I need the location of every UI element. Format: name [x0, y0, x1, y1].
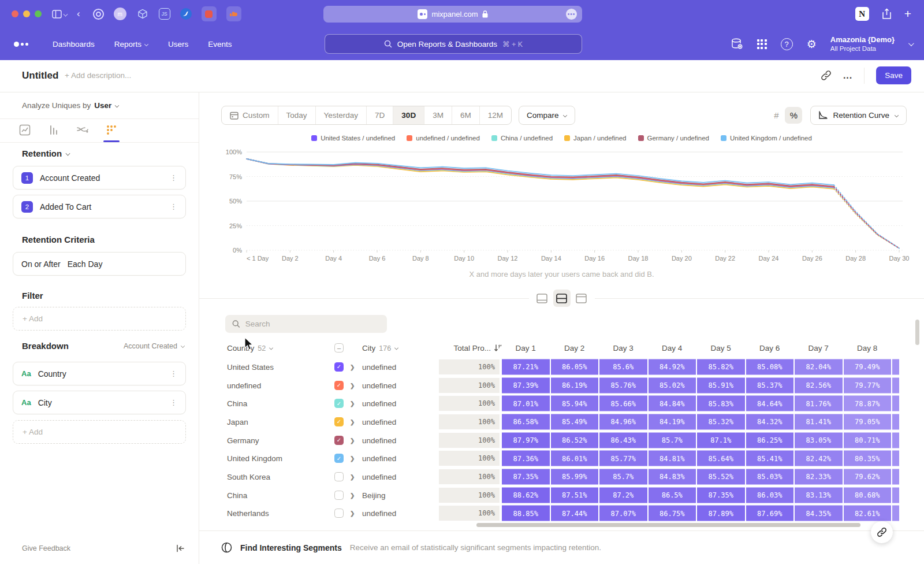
column-day-1[interactable]: Day 1	[502, 344, 550, 352]
date-range-30d[interactable]: 30D	[393, 106, 424, 124]
cell-day-1[interactable]: 87.97%	[502, 432, 550, 448]
cell-day-4[interactable]: 84.84%	[649, 396, 696, 411]
date-range-12m[interactable]: 12M	[480, 106, 511, 124]
criteria-on-or-after-dropdown[interactable]: On or After	[21, 259, 61, 269]
row-visibility-checkbox[interactable]: ✓	[334, 417, 344, 426]
cell-day-4[interactable]: 84.19%	[649, 414, 696, 429]
cell-day-4[interactable]: 86.75%	[649, 506, 696, 521]
row-visibility-checkbox[interactable]	[334, 509, 344, 518]
cell-day-5[interactable]: 85.83%	[697, 396, 745, 411]
cell-day-3[interactable]: 84.96%	[599, 414, 647, 429]
cell-day-2[interactable]: 85.94%	[551, 396, 599, 411]
kebab-menu-icon[interactable]: ⋮	[170, 177, 177, 179]
cell-day-3[interactable]: 85.7%	[599, 469, 647, 484]
window-controls[interactable]	[12, 10, 42, 17]
cell-day-2[interactable]: 85.99%	[551, 469, 599, 484]
data-management-icon[interactable]	[731, 38, 743, 50]
report-title[interactable]: Untitled	[22, 70, 58, 81]
retention-line-chart[interactable]: 100%75%50%25%0%< 1 DayDay 2Day 4Day 6Day…	[217, 147, 910, 270]
cell-day-4[interactable]: 85.7%	[649, 432, 696, 448]
patreon-favicon[interactable]	[202, 6, 217, 21]
cell-day-5[interactable]: 85.52%	[697, 469, 745, 484]
segments-title[interactable]: Find Interesting Segments	[240, 543, 342, 552]
cell-day-7[interactable]: 82.04%	[795, 359, 843, 374]
expand-row-chevron-icon[interactable]: ❯	[350, 455, 355, 462]
cell-day-4[interactable]: 84.81%	[649, 451, 696, 466]
bird-favicon[interactable]	[180, 8, 192, 20]
cell-day-7[interactable]: 82.33%	[795, 469, 843, 484]
cell-day-3[interactable]: 85.6%	[599, 359, 647, 374]
cell-day-1[interactable]: 88.85%	[502, 506, 550, 521]
help-icon[interactable]: ?	[781, 38, 793, 50]
cell-day-5[interactable]: 85.91%	[697, 377, 745, 393]
cell-day-2[interactable]: 86.19%	[551, 377, 599, 393]
select-all-checkbox[interactable]: –	[334, 343, 344, 352]
tab-insights[interactable]	[17, 123, 32, 138]
date-range-today[interactable]: Today	[278, 106, 316, 124]
nav-item-events[interactable]: Events	[208, 40, 232, 49]
cell-day-3[interactable]: 85.77%	[599, 451, 647, 466]
cell-day-7[interactable]: 81.41%	[795, 414, 843, 429]
cell-day-6[interactable]: 85.41%	[746, 451, 794, 466]
expand-row-chevron-icon[interactable]: ❯	[350, 510, 355, 517]
mixpanel-logo-icon[interactable]	[14, 42, 28, 47]
analyze-value-dropdown[interactable]: User	[94, 101, 111, 110]
compare-button[interactable]: Compare	[519, 106, 576, 125]
minimize-window-button[interactable]	[23, 10, 30, 17]
new-tab-icon[interactable]: +	[904, 7, 911, 21]
cell-day-8[interactable]: 78.87%	[844, 396, 892, 411]
page-settings-icon[interactable]: •••	[566, 9, 577, 20]
date-range-6m[interactable]: 6M	[452, 106, 480, 124]
global-search-button[interactable]: Open Reports & Dashboards ⌘ + K	[325, 34, 582, 54]
cell-day-5[interactable]: 85.32%	[697, 414, 745, 429]
share-link-fab[interactable]	[871, 521, 893, 543]
cell-day-5[interactable]: 87.35%	[697, 487, 745, 503]
row-visibility-checkbox[interactable]	[334, 472, 344, 481]
cell-day-7[interactable]: 84.35%	[795, 506, 843, 521]
expand-row-chevron-icon[interactable]: ❯	[350, 400, 355, 407]
project-switcher[interactable]: Amazonia {Demo} All Project Data	[830, 35, 895, 53]
chart-type-dropdown[interactable]: Retention Curve	[810, 106, 907, 125]
column-day-6[interactable]: Day 6	[746, 344, 794, 352]
sort-descending-icon[interactable]	[494, 344, 502, 352]
percentage-toggle[interactable]: %	[785, 107, 802, 124]
cell-day-4[interactable]: 86.5%	[649, 487, 696, 503]
legend-item[interactable]: Germany / undefined	[638, 135, 709, 142]
row-visibility-checkbox[interactable]: ✓	[334, 454, 344, 463]
expand-row-chevron-icon[interactable]: ❯	[350, 382, 355, 388]
kebab-menu-icon[interactable]: ⋮	[170, 206, 177, 208]
column-total-profiles[interactable]: Total Pro...	[430, 344, 491, 352]
legend-item[interactable]: United States / undefined	[311, 135, 395, 142]
expand-row-chevron-icon[interactable]: ❯	[350, 418, 355, 425]
vertical-scrollbar[interactable]	[915, 320, 919, 345]
cell-day-8[interactable]: 80.71%	[844, 432, 892, 448]
expand-row-chevron-icon[interactable]: ❯	[350, 437, 355, 443]
legend-item[interactable]: China / undefined	[491, 135, 553, 142]
cell-day-7[interactable]: 82.56%	[795, 377, 843, 393]
onepassword-icon[interactable]	[93, 9, 104, 20]
cell-day-5[interactable]: 85.64%	[697, 451, 745, 466]
row-visibility-checkbox[interactable]: ✓	[334, 436, 344, 445]
settings-gear-icon[interactable]: ⚙	[807, 38, 817, 51]
absolute-numbers-toggle[interactable]: #	[767, 107, 785, 124]
row-visibility-checkbox[interactable]: ✓	[334, 381, 344, 390]
cell-day-6[interactable]: 84.64%	[746, 396, 794, 411]
cell-day-8[interactable]: 79.05%	[844, 414, 892, 429]
cell-day-6[interactable]: 84.32%	[746, 414, 794, 429]
cell-day-2[interactable]: 87.44%	[551, 506, 599, 521]
cell-day-4[interactable]: 84.92%	[649, 359, 696, 374]
cell-day-4[interactable]: 85.02%	[649, 377, 696, 393]
cell-day-5[interactable]: 87.1%	[697, 432, 745, 448]
chart-only-view-icon[interactable]	[534, 290, 551, 307]
cell-day-3[interactable]: 85.66%	[599, 396, 647, 411]
column-city[interactable]: City176	[362, 344, 398, 352]
cell-day-2[interactable]: 87.51%	[551, 487, 599, 503]
legend-item[interactable]: Japan / undefined	[564, 135, 626, 142]
cell-day-6[interactable]: 87.69%	[746, 506, 794, 521]
cell-day-8[interactable]: 80.35%	[844, 451, 892, 466]
cell-day-7[interactable]: 81.76%	[795, 396, 843, 411]
add-description-button[interactable]: + Add description...	[65, 71, 131, 80]
column-day-5[interactable]: Day 5	[697, 344, 745, 352]
cell-day-8[interactable]: 79.62%	[844, 469, 892, 484]
split-view-icon[interactable]	[553, 290, 571, 307]
